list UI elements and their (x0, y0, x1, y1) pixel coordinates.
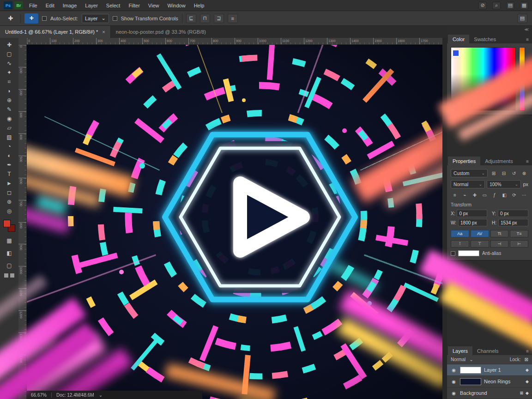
align-right-icon[interactable]: ⊒ (214, 14, 224, 23)
property-button[interactable]: ⊢ (510, 240, 528, 248)
blur-tool[interactable]: ◔ (3, 142, 16, 151)
workspace-icon[interactable]: ▤ (506, 2, 514, 9)
layer-thumbnail[interactable] (460, 367, 481, 374)
brush-tool[interactable]: ✎ (3, 105, 16, 114)
field-value[interactable]: 1534 px (498, 219, 528, 226)
sync-status-icon[interactable]: ⊘ (478, 2, 487, 9)
collapse-panels-icon[interactable]: ≪ (525, 27, 529, 32)
layer-name[interactable]: Layer 1 (484, 367, 501, 373)
property-button[interactable]: ⊤ (471, 240, 489, 248)
pen-tool[interactable]: ✒ (3, 160, 16, 169)
eraser-tool[interactable]: ▱ (3, 123, 16, 133)
property-button[interactable]: T≡ (510, 230, 528, 237)
menu-item[interactable]: Help (190, 0, 209, 11)
arrange-icon[interactable]: ▦ (520, 2, 528, 9)
preset-dropdown[interactable]: Custom ⌄ (451, 169, 488, 177)
fx-icon[interactable]: ƒ (490, 191, 499, 199)
menu-item[interactable]: Select (102, 0, 125, 11)
screen-mode-icon[interactable]: ▢ (3, 261, 16, 270)
visibility-eye-icon[interactable]: ◉ (450, 391, 457, 396)
document-canvas[interactable] (27, 45, 442, 399)
list-icon[interactable]: ≡ (451, 191, 459, 199)
quick-selection-tool[interactable]: ✦ (3, 68, 16, 77)
field-value[interactable]: 0 px (498, 210, 528, 217)
lasso-tool[interactable]: ∿ (3, 59, 16, 68)
status-chevron-icon[interactable]: ⌄ (99, 393, 103, 398)
add-preset-icon[interactable]: ⊞ (490, 169, 498, 177)
document-tab-inactive[interactable]: neon-loop-poster.psd @ 33.3% (RGB/8) (111, 26, 211, 38)
move-tool[interactable]: ✚ (3, 40, 16, 49)
dodge-tool[interactable]: ◐ (3, 151, 16, 160)
workspace-switcher-icon[interactable]: ▤ (517, 14, 527, 23)
marquee-tool[interactable]: ▢ (3, 49, 16, 59)
fx-diamond-icon[interactable]: ◆ (526, 368, 529, 372)
delete-icon[interactable]: ⊗ (520, 169, 528, 177)
property-button[interactable]: Aa (451, 230, 469, 237)
menu-item[interactable]: File (25, 0, 42, 11)
tab-layers[interactable]: Layers (448, 346, 472, 355)
distribute-icon[interactable]: ≡ (228, 14, 238, 23)
tab-color[interactable]: Color (448, 35, 469, 43)
tab-swatches[interactable]: Swatches (469, 35, 501, 43)
value-field[interactable] (458, 250, 479, 256)
path-select-tool[interactable]: ► (3, 179, 16, 188)
gradient-tool[interactable]: ▧ (3, 133, 16, 142)
auto-select-dropdown[interactable]: Layer ⌄ (82, 14, 109, 23)
opacity-dropdown[interactable]: 100% ⌄ (487, 180, 521, 188)
blend-mode-dropdown[interactable]: Normal ⌄ (451, 180, 485, 188)
property-button[interactable]: ⊺ (451, 240, 469, 248)
blend-mode-value[interactable]: Normal (451, 357, 466, 362)
hand-tool[interactable]: ⊛ (3, 197, 16, 206)
panel-menu-icon[interactable]: ≡ (526, 37, 532, 43)
crop-tool[interactable]: ⌗ (3, 77, 16, 86)
menu-item[interactable]: Edit (42, 0, 59, 11)
healing-brush-tool[interactable]: ⊕ (3, 96, 16, 105)
panel-menu-icon[interactable]: ≡ (526, 159, 532, 165)
visibility-eye-icon[interactable]: ◉ (450, 368, 457, 373)
align-center-icon[interactable]: ⊓ (200, 14, 210, 23)
target-icon[interactable]: ✚ (471, 191, 479, 199)
align-left-icon[interactable]: ⊑ (186, 14, 196, 23)
menu-item[interactable]: View (144, 0, 163, 11)
fx-diamond-icon[interactable]: ◆ (526, 391, 529, 395)
fx-diamond-icon[interactable]: ◆ (526, 379, 529, 384)
zoom-level-field[interactable]: 66.67% (31, 393, 47, 398)
field-value[interactable]: 1800 px (458, 219, 487, 226)
vertical-ruler[interactable]: 0100200300400500600700800900100011001200… (18, 45, 27, 399)
tool-preset-button[interactable]: ✚ (24, 13, 38, 24)
dither-grid-icon[interactable]: ▦ (3, 236, 16, 245)
panel-menu-icon[interactable]: ≡ (526, 349, 532, 355)
property-button[interactable]: Tt (490, 230, 509, 237)
search-icon[interactable]: ⌕ (492, 2, 501, 9)
tab-channels[interactable]: Channels (472, 346, 503, 355)
menu-item[interactable]: Window (163, 0, 190, 11)
more-icon[interactable]: ⋯ (520, 191, 528, 199)
eyedropper-tool[interactable]: ◗ (3, 86, 16, 96)
tab-properties[interactable]: Properties (448, 157, 480, 165)
menu-item[interactable]: Layer (81, 0, 102, 11)
lock-icon[interactable]: ⊠ (525, 357, 528, 362)
reset-icon[interactable]: ↺ (510, 169, 518, 177)
close-tab-icon[interactable]: × (102, 29, 105, 35)
property-button[interactable]: AV (471, 230, 489, 237)
clone-stamp-tool[interactable]: ◉ (3, 114, 16, 123)
zoom-tool[interactable]: ◎ (3, 206, 16, 216)
clip-layer-icon[interactable]: ⊟ (500, 169, 508, 177)
layer-row[interactable]: ◉ Layer 1 ◆ (447, 364, 532, 376)
type-tool[interactable]: T (3, 169, 16, 179)
tab-adjustments[interactable]: Adjustments (480, 157, 518, 165)
anti-alias-checkbox[interactable] (451, 251, 455, 256)
frame-icon[interactable]: ▭ (480, 191, 489, 199)
foreground-color-swatch[interactable] (3, 220, 11, 227)
document-tab-active[interactable]: Untitled-1 @ 66.67% (Layer 1, RGB/8#) * … (0, 26, 111, 38)
path-icon[interactable]: ⌁ (460, 191, 469, 199)
layer-row[interactable]: ◉ Neon Rings ◆ (447, 376, 532, 387)
layer-name[interactable]: Background (460, 390, 487, 396)
shape-tool[interactable]: ◻ (3, 188, 16, 197)
visibility-eye-icon[interactable]: ◉ (450, 379, 457, 384)
property-button[interactable]: ⊣ (490, 240, 509, 248)
auto-select-checkbox[interactable] (42, 16, 47, 21)
color-picker-marker[interactable] (453, 50, 459, 56)
refresh-icon[interactable]: ⟳ (510, 191, 519, 199)
color-picker-field[interactable] (451, 47, 516, 111)
